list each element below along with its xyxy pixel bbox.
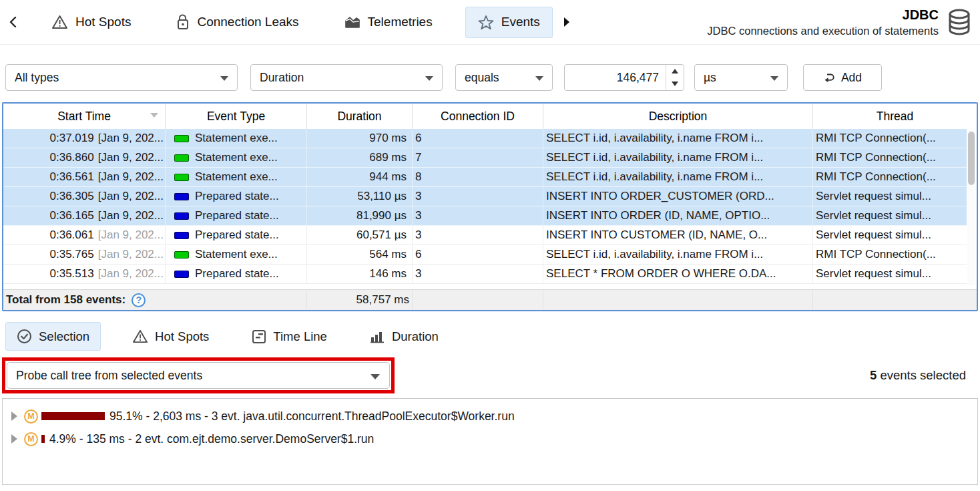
cell-event-type: Prepared state... <box>166 226 307 245</box>
cell-thread: RMI TCP Connection(... <box>813 168 967 187</box>
event-type-color-chip <box>174 193 189 200</box>
column-header-duration[interactable]: Duration <box>307 104 413 129</box>
method-icon: M <box>24 432 38 446</box>
column-header-event-type[interactable]: Event Type <box>166 104 307 129</box>
call-tree-node[interactable]: M95.1% - 2,603 ms - 3 evt. java.util.con… <box>3 405 977 428</box>
tab-events[interactable]: Events <box>465 7 553 38</box>
help-icon[interactable]: ? <box>132 293 146 307</box>
cell-connection-id: 3 <box>413 265 543 284</box>
start-time-value: 0:35.765 <box>50 248 94 261</box>
table-row[interactable]: 0:36.061[Jan 9, 202...Prepared state...6… <box>3 226 967 245</box>
highlight-rectangle: Probe call tree from selected events <box>2 357 395 393</box>
analysis-control-row: Probe call tree from selected events 5 e… <box>0 357 980 393</box>
expand-arrow-icon[interactable] <box>11 412 17 421</box>
call-tree-node[interactable]: M4.9% - 135 ms - 2 evt. com.ejt.demo.ser… <box>3 428 977 450</box>
column-header-description[interactable]: Description <box>543 104 813 129</box>
chevron-down-icon <box>371 374 380 379</box>
start-time-value: 0:36.860 <box>50 151 94 164</box>
filter-operator-select[interactable]: equals <box>455 64 553 91</box>
table-row[interactable]: 0:36.165[Jan 9, 202...Prepared state...8… <box>3 206 967 226</box>
selected-value: All types <box>15 71 59 85</box>
cell-thread: Servlet request simul... <box>813 187 967 206</box>
call-tree-node-label: 4.9% - 135 ms - 2 evt. com.ejt.demo.serv… <box>49 432 374 446</box>
cell-thread: Servlet request simul... <box>813 226 967 245</box>
table-row[interactable]: 0:35.513[Jan 9, 202...Prepared state...1… <box>3 265 967 284</box>
tab-label: Telemetries <box>368 15 433 29</box>
cell-start-time: 0:36.305[Jan 9, 202... <box>3 187 166 206</box>
cell-duration: 689 ms <box>307 148 413 168</box>
event-type-color-chip <box>174 271 189 278</box>
cell-event-type: Prepared state... <box>166 206 307 226</box>
telemetry-chart-icon <box>344 15 360 29</box>
start-time-value: 0:35.513 <box>50 267 94 281</box>
events-table-header: Start Time Event Type Duration Connectio… <box>3 104 977 129</box>
table-row[interactable]: 0:36.305[Jan 9, 202...Prepared state...5… <box>3 187 967 206</box>
column-label: Event Type <box>207 110 265 124</box>
probe-subtitle: JDBC connections and execution of statem… <box>707 25 939 37</box>
event-type-filter-select[interactable]: All types <box>5 64 238 91</box>
start-time-value: 0:37.019 <box>50 132 94 145</box>
cell-event-type: Statement exe... <box>166 129 307 148</box>
event-type-label: Prepared state... <box>195 267 279 281</box>
column-header-thread[interactable]: Thread <box>813 104 977 129</box>
cell-event-type: Statement exe... <box>166 148 307 168</box>
column-label: Connection ID <box>441 110 515 124</box>
vertical-scrollbar[interactable] <box>967 130 975 285</box>
filter-value[interactable]: 146,477 <box>565 71 666 85</box>
selected-value: equals <box>465 71 499 85</box>
cell-duration: 60,571 µs <box>307 226 413 245</box>
event-type-color-chip <box>174 232 189 239</box>
probe-call-tree: M95.1% - 2,603 ms - 3 evt. java.util.con… <box>2 398 978 485</box>
event-type-label: Prepared state... <box>195 228 279 242</box>
total-label: Total from 158 events: <box>6 293 126 307</box>
spinner-down-icon[interactable] <box>666 77 684 90</box>
analysis-type-select[interactable]: Probe call tree from selected events <box>7 362 390 389</box>
tab-hot-spots[interactable]: Hot Spots <box>39 7 144 37</box>
add-filter-button[interactable]: Add <box>803 64 882 91</box>
table-row[interactable]: 0:35.765[Jan 9, 202...Statement exe...56… <box>3 245 967 265</box>
filter-unit-select[interactable]: µs <box>694 64 788 91</box>
spinner-up-icon[interactable] <box>666 65 684 77</box>
add-button-label: Add <box>841 71 862 85</box>
cell-thread: RMI TCP Connection(... <box>813 245 967 265</box>
analysis-view-tabs: Selection Hot Spots Time Line Duration <box>5 322 980 351</box>
filter-value-spinner[interactable]: 146,477 <box>564 64 684 91</box>
expand-arrow-icon[interactable] <box>11 434 17 444</box>
warning-triangle-icon <box>132 329 148 343</box>
tab-duration[interactable]: Duration <box>358 323 450 351</box>
start-time-value: 0:36.165 <box>50 209 94 222</box>
scrollbar-thumb[interactable] <box>968 132 975 185</box>
selection-count: 5 events selected <box>870 368 966 383</box>
table-row[interactable]: 0:36.561[Jan 9, 202...Statement exe...94… <box>3 168 967 187</box>
cell-duration: 146 ms <box>307 265 413 284</box>
column-header-start-time[interactable]: Start Time <box>3 104 166 129</box>
back-chevron-icon[interactable] <box>7 17 19 27</box>
chevron-down-icon <box>770 76 778 81</box>
tab-hot-spots-bottom[interactable]: Hot Spots <box>121 323 220 351</box>
tab-connection-leaks[interactable]: Connection Leaks <box>164 6 311 38</box>
cell-duration: 81,990 µs <box>307 206 413 226</box>
cell-connection-id: 3 <box>413 206 543 226</box>
filter-field-select[interactable]: Duration <box>250 64 443 91</box>
cell-description: INSERT INTO CUSTOMER (ID, NAME, O... <box>543 226 813 245</box>
event-type-label: Statement exe... <box>195 248 278 261</box>
cell-duration: 564 ms <box>307 245 413 265</box>
probe-header: JDBC JDBC connections and execution of s… <box>707 7 973 37</box>
selected-value: Duration <box>260 71 304 85</box>
event-filter-bar: All types Duration equals 146,477 µs Add <box>5 64 980 91</box>
database-icon <box>945 7 973 37</box>
cell-start-time: 0:35.765[Jan 9, 202... <box>3 245 166 265</box>
events-table-body: 0:37.019[Jan 9, 202...Statement exe...97… <box>3 129 967 284</box>
table-row[interactable]: 0:36.860[Jan 9, 202...Statement exe...68… <box>3 148 967 168</box>
column-header-connection-id[interactable]: Connection ID <box>413 104 543 129</box>
event-type-label: Statement exe... <box>195 132 278 145</box>
cell-description: SELECT i.id, i.availability, i.name FROM… <box>543 245 813 265</box>
table-row[interactable]: 0:37.019[Jan 9, 202...Statement exe...97… <box>3 129 967 148</box>
forward-chevron-icon[interactable] <box>561 17 573 27</box>
tab-time-line[interactable]: Time Line <box>240 323 338 351</box>
total-empty-cell <box>543 290 813 310</box>
cell-event-type: Statement exe... <box>166 245 307 265</box>
start-time-date: [Jan 9, 202... <box>98 151 164 164</box>
tab-selection[interactable]: Selection <box>5 322 101 351</box>
tab-telemetries[interactable]: Telemetries <box>332 7 445 37</box>
